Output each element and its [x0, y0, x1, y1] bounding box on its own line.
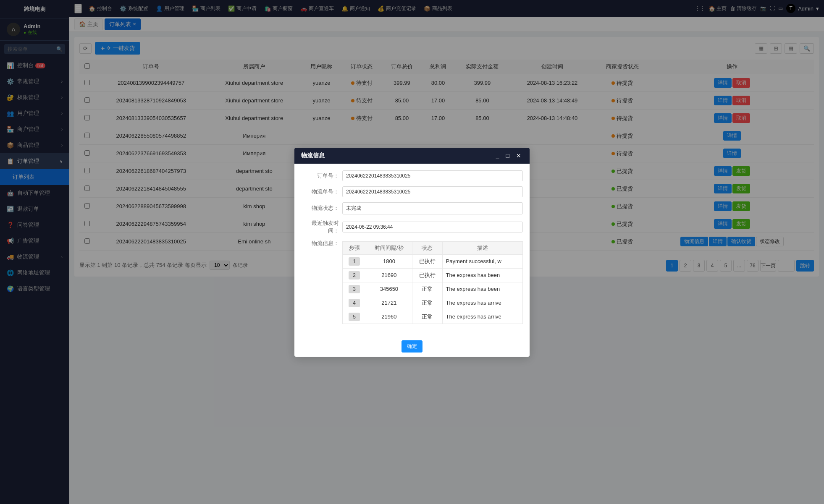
logistics-status: 已执行 — [412, 254, 442, 268]
logistics-step: 5 — [343, 310, 366, 324]
modal-body: 订单号： 20240622201483835310025 物流单号： 20240… — [294, 164, 530, 336]
logistics-row: 4 21721 正常 The express has arrive — [343, 296, 523, 310]
logistics-info-label: 物流信息： — [301, 240, 339, 247]
logistics-row: 2 21690 已执行 The express has been — [343, 268, 523, 282]
last-update-label: 最近触发时间： — [301, 219, 339, 235]
logistics-interval: 1800 — [366, 254, 412, 268]
modal-title: 物流信息 — [301, 152, 325, 159]
logistics-status: 已执行 — [412, 268, 442, 282]
logistics-step: 2 — [343, 268, 366, 282]
logistics-description: The express has been — [442, 282, 522, 296]
last-update-value: 2024-06-22 09:36:44 — [342, 222, 523, 232]
col-description: 描述 — [442, 241, 522, 254]
logistics-info-row: 物流信息： 步骤 时间间隔/秒 状态 描述 1 1800 — [301, 240, 523, 324]
col-step: 步骤 — [343, 241, 366, 254]
logistics-step: 1 — [343, 254, 366, 268]
logistics-interval: 21690 — [366, 268, 412, 282]
last-update-row: 最近触发时间： 2024-06-22 09:36:44 — [301, 219, 523, 235]
step-button-2[interactable]: 3 — [349, 285, 360, 293]
logistics-row: 1 1800 已执行 Payment successful, w — [343, 254, 523, 268]
step-button-1[interactable]: 2 — [349, 271, 360, 279]
logistics-modal: 物流信息 _ □ ✕ 订单号： 20240622201483835310025 … — [294, 148, 530, 357]
logistics-status-label: 物流状态： — [301, 204, 339, 212]
logistics-description: The express has arrive — [442, 296, 522, 310]
minimize-button[interactable]: _ — [494, 152, 501, 159]
logistics-status-row: 物流状态： 未完成 — [301, 202, 523, 214]
logistics-info-table: 步骤 时间间隔/秒 状态 描述 1 1800 已执行 Payment succe… — [342, 241, 523, 324]
logistics-description: The express has been — [442, 268, 522, 282]
logistics-description: The express has arrive — [442, 310, 522, 324]
logistics-step: 3 — [343, 282, 366, 296]
col-interval: 时间间隔/秒 — [366, 241, 412, 254]
logistics-status: 正常 — [412, 310, 442, 324]
close-modal-button[interactable]: ✕ — [514, 152, 523, 159]
logistics-number-row: 物流单号： 20240622201483835310025 — [301, 186, 523, 197]
logistics-step: 4 — [343, 296, 366, 310]
modal-footer: 确定 — [294, 336, 530, 357]
step-button-0[interactable]: 1 — [349, 257, 360, 266]
modal-header-buttons: _ □ ✕ — [494, 152, 523, 159]
order-number-label: 订单号： — [301, 172, 339, 180]
logistics-row: 3 345650 正常 The express has been — [343, 282, 523, 296]
logistics-number-label: 物流单号： — [301, 188, 339, 196]
logistics-row: 5 21960 正常 The express has arrive — [343, 310, 523, 324]
order-number-value: 20240622201483835310025 — [342, 170, 523, 181]
logistics-interval: 345650 — [366, 282, 412, 296]
order-number-row: 订单号： 20240622201483835310025 — [301, 170, 523, 181]
logistics-status: 正常 — [412, 282, 442, 296]
modal-overlay: 物流信息 _ □ ✕ 订单号： 20240622201483835310025 … — [0, 0, 824, 504]
logistics-number-value: 20240622201483835310025 — [342, 186, 523, 197]
modal-header: 物流信息 _ □ ✕ — [294, 148, 530, 164]
maximize-button[interactable]: □ — [504, 152, 511, 159]
logistics-table-header: 步骤 时间间隔/秒 状态 描述 — [343, 241, 523, 254]
logistics-interval: 21721 — [366, 296, 412, 310]
step-button-4[interactable]: 5 — [349, 313, 360, 321]
logistics-interval: 21960 — [366, 310, 412, 324]
step-button-3[interactable]: 4 — [349, 299, 360, 307]
logistics-description: Payment successful, w — [442, 254, 522, 268]
logistics-status-value: 未完成 — [342, 202, 523, 214]
col-logi-status: 状态 — [412, 241, 442, 254]
confirm-button[interactable]: 确定 — [402, 340, 422, 353]
logistics-status: 正常 — [412, 296, 442, 310]
